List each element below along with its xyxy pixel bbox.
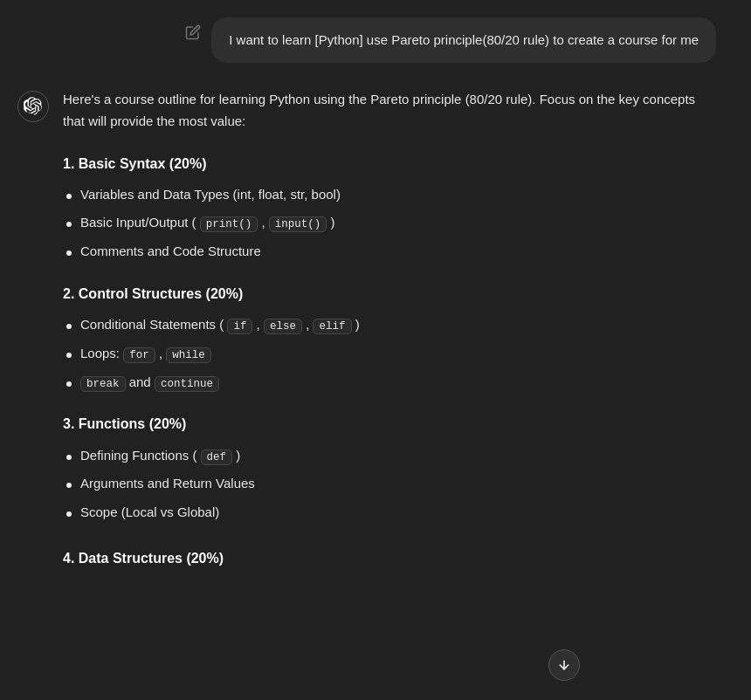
code-if: if <box>227 319 252 334</box>
code-def: def <box>201 450 233 465</box>
bullet-dot <box>66 483 72 488</box>
scroll-down-button[interactable] <box>548 649 580 681</box>
bullet-dot <box>66 455 72 460</box>
openai-logo-icon <box>24 97 43 116</box>
code-elif: elif <box>313 319 351 334</box>
bullet-dot <box>66 353 72 358</box>
list-item: Scope (Local vs Global) <box>63 502 716 524</box>
code-for: for <box>123 347 155 363</box>
code-break: break <box>80 376 126 392</box>
code-input: input() <box>269 216 327 232</box>
list-item: Loops: for , while <box>63 343 716 365</box>
list-item: Arguments and Return Values <box>63 473 716 495</box>
section-1-number: 1. <box>63 156 79 171</box>
list-item: Conditional Statements ( if , else , eli… <box>63 314 716 336</box>
bullet-text: Loops: for , while <box>80 343 716 365</box>
bullet-text: Scope (Local vs Global) <box>80 502 716 524</box>
list-item: break and continue <box>63 372 716 394</box>
bullet-text: Arguments and Return Values <box>80 473 716 495</box>
bullet-text: break and continue <box>80 372 716 394</box>
edit-button[interactable] <box>185 24 201 40</box>
user-message-text: I want to learn [Python] use Pareto prin… <box>229 32 699 47</box>
bullet-dot <box>66 381 72 387</box>
section-2-title: Control Structures (20%) <box>79 286 243 301</box>
section-4-title: Data Structures (20%) <box>79 551 224 566</box>
bullet-text: Defining Functions ( def ) <box>80 445 716 467</box>
user-message-row: I want to learn [Python] use Pareto prin… <box>0 0 751 80</box>
user-bubble: I want to learn [Python] use Pareto prin… <box>211 17 716 63</box>
ai-intro-text: Here's a course outline for learning Pyt… <box>63 89 716 133</box>
code-print: print() <box>200 216 258 232</box>
section-2-heading: 2. Control Structures (20%) <box>63 282 716 305</box>
section-3-title: Functions (20%) <box>79 416 187 431</box>
bullet-dot <box>66 250 72 256</box>
section-3-list: Defining Functions ( def ) Arguments and… <box>63 445 716 524</box>
page-container: I want to learn [Python] use Pareto prin… <box>0 0 751 700</box>
section-1-title: Basic Syntax (20%) <box>79 156 207 171</box>
pencil-icon <box>185 24 201 40</box>
section-1-heading: 1. Basic Syntax (20%) <box>63 152 716 175</box>
section-2-list: Conditional Statements ( if , else , eli… <box>63 314 716 393</box>
section-4-heading: 4. Data Structures (20%) <box>63 546 716 570</box>
list-item: Basic Input/Output ( print() , input() ) <box>63 212 716 234</box>
list-item: Defining Functions ( def ) <box>63 445 716 467</box>
section-2-number: 2. <box>63 286 79 301</box>
section-3-heading: 3. Functions (20%) <box>63 412 716 436</box>
code-continue: continue <box>155 376 219 392</box>
list-item: Variables and Data Types (int, float, st… <box>63 184 716 206</box>
bullet-dot <box>66 324 72 329</box>
bullet-dot <box>66 194 72 199</box>
section-1-list: Variables and Data Types (int, float, st… <box>63 184 716 263</box>
section-3-number: 3. <box>63 416 79 431</box>
bullet-text: Basic Input/Output ( print() , input() ) <box>80 212 716 234</box>
bullet-text: Variables and Data Types (int, float, st… <box>80 184 716 206</box>
list-item: Comments and Code Structure <box>63 241 716 263</box>
code-else: else <box>264 319 302 334</box>
bullet-dot <box>66 511 72 517</box>
ai-content: Here's a course outline for learning Pyt… <box>63 89 716 579</box>
bullet-text: Conditional Statements ( if , else , eli… <box>80 314 716 336</box>
ai-avatar <box>17 91 49 122</box>
bullet-dot <box>66 222 72 227</box>
ai-response-row: Here's a course outline for learning Pyt… <box>0 80 751 596</box>
section-4-number: 4. <box>63 551 79 566</box>
code-while: while <box>166 347 211 363</box>
arrow-down-icon <box>557 658 571 672</box>
bullet-text: Comments and Code Structure <box>80 241 716 263</box>
